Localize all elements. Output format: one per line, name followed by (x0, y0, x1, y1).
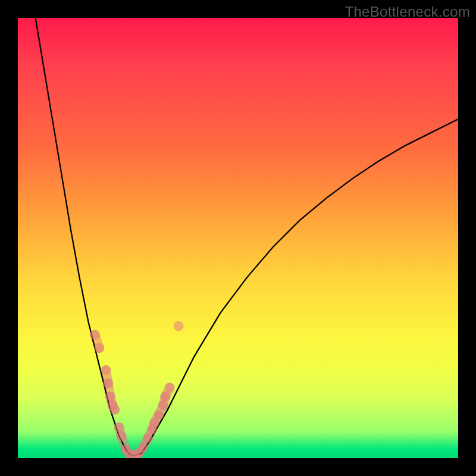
watermark-text: TheBottleneck.com (345, 4, 470, 20)
chart-frame: TheBottleneck.com (0, 0, 476, 476)
bottleneck-curve (36, 18, 458, 456)
svg-point-21 (103, 378, 113, 389)
svg-point-37 (160, 392, 170, 402)
svg-point-36 (158, 400, 168, 411)
svg-point-39 (174, 321, 184, 331)
svg-point-38 (165, 383, 175, 393)
svg-point-18 (90, 330, 100, 340)
svg-point-32 (143, 433, 153, 443)
svg-point-22 (105, 392, 115, 402)
svg-point-26 (116, 431, 126, 441)
plot-area (18, 18, 458, 458)
svg-point-35 (154, 410, 164, 420)
curve-layer (18, 18, 458, 458)
highlight-points (90, 321, 184, 459)
svg-point-20 (101, 365, 111, 375)
svg-point-24 (109, 405, 120, 415)
svg-point-25 (114, 422, 124, 433)
svg-point-19 (94, 343, 104, 353)
svg-point-31 (138, 442, 148, 452)
